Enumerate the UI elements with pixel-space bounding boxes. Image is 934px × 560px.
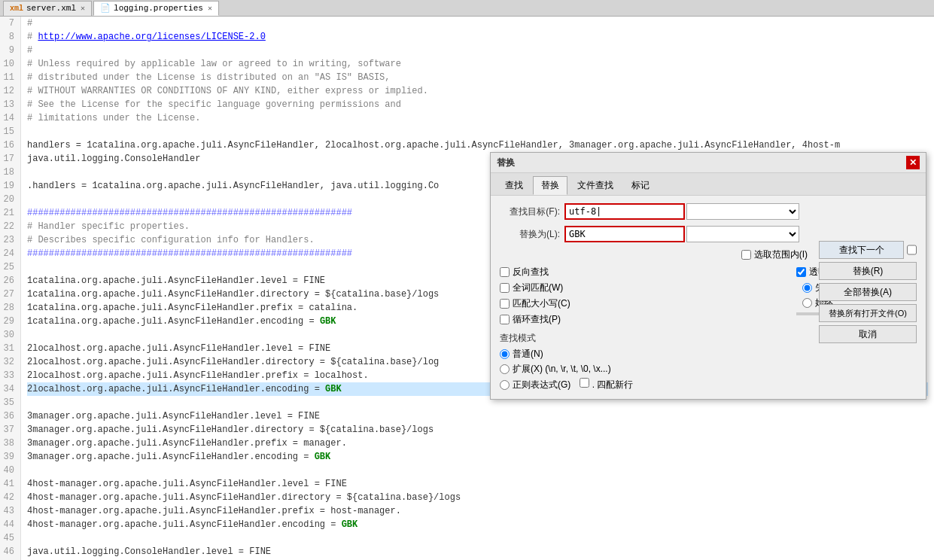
- dialog-tab-find[interactable]: 查找: [497, 176, 531, 195]
- line-number: 41: [3, 477, 14, 491]
- line-number: 17: [3, 152, 14, 166]
- replace-label: 替换为(L):: [500, 228, 560, 241]
- mode-regex-text: 正则表达式(G): [513, 379, 570, 391]
- mode-regex-radio[interactable]: [500, 380, 510, 390]
- mode-extended-label[interactable]: 扩展(X) (\n, \r, \t, \0, \x...): [500, 363, 784, 376]
- tab-server-xml[interactable]: xml server.xml ✕: [3, 1, 92, 16]
- find-input[interactable]: [564, 203, 685, 220]
- line-number: 8: [3, 30, 14, 44]
- line-number: 10: [3, 57, 14, 71]
- dot-newline-checkbox[interactable]: [580, 378, 589, 388]
- find-input-group: [564, 203, 917, 220]
- in-range-row: 选取范围内(I): [500, 248, 808, 261]
- dot-newline-label: . 四配新行: [580, 378, 633, 391]
- reverse-search-text: 反向查找: [513, 266, 549, 278]
- trans-blur-radio[interactable]: [802, 283, 812, 293]
- line-number: 44: [3, 518, 14, 531]
- dialog-tab-file-search[interactable]: 文件查找: [569, 176, 622, 195]
- tab-logging-props-label: logging.properties: [114, 4, 203, 13]
- code-line: # See the License for the specific langu…: [27, 98, 928, 111]
- match-case-label[interactable]: 匹配大小写(C): [500, 297, 784, 310]
- tab-server-xml-close[interactable]: ✕: [81, 4, 85, 13]
- whole-word-checkbox[interactable]: [500, 283, 510, 293]
- code-line: 4host-manager.org.apache.juli.AsyncFileH…: [27, 518, 928, 531]
- reverse-search-label[interactable]: 反向查找: [500, 266, 784, 278]
- checkbox-group: 反向查找 全词匹配(W) 匹配大小写(C) 循环查找(P): [500, 266, 784, 326]
- replace-all-open-button[interactable]: 替换所有打开文件(O): [819, 304, 917, 322]
- code-line: handlers = 1catalina.org.apache.juli.Asy…: [27, 138, 928, 152]
- code-line: # Unless required by applicable law or a…: [27, 57, 928, 71]
- replace-input[interactable]: [564, 226, 685, 242]
- mode-normal-radio[interactable]: [500, 349, 510, 359]
- line-number: 34: [3, 382, 14, 396]
- line-number: 18: [3, 166, 14, 179]
- loop-search-checkbox[interactable]: [500, 315, 510, 324]
- loop-search-label[interactable]: 循环查找(P): [500, 313, 784, 326]
- line-number: 16: [3, 138, 14, 152]
- in-range-label: 选取范围内(I): [754, 248, 808, 261]
- code-line: # http://www.apache.org/licenses/LICENSE…: [27, 30, 928, 44]
- line-number: 13: [3, 98, 14, 111]
- line-number: 22: [3, 220, 14, 233]
- xml-icon: xml: [10, 5, 23, 13]
- dialog-tabs: 查找 替换 文件查找 标记: [491, 173, 926, 196]
- replace-dialog: 替换 ✕ 查找 替换 文件查找 标记 查找目标(F): 替换为(L):: [490, 152, 926, 400]
- mode-normal-label[interactable]: 普通(N): [500, 348, 784, 361]
- transparency-checkbox[interactable]: [796, 267, 806, 277]
- editor-area: 7891011121314151617181920212223242526272…: [0, 17, 934, 560]
- tab-server-xml-label: server.xml: [26, 4, 76, 13]
- whole-word-label[interactable]: 全词匹配(W): [500, 282, 784, 294]
- dialog-tab-mark[interactable]: 标记: [623, 176, 658, 195]
- mode-extended-radio[interactable]: [500, 364, 510, 374]
- code-line: 3manager.org.apache.juli.AsyncFileHandle…: [27, 437, 928, 450]
- code-line: # distributed under the License is distr…: [27, 71, 928, 84]
- tab-bar: xml server.xml ✕ 📄 logging.properties ✕: [0, 0, 934, 17]
- line-number: 40: [3, 464, 14, 477]
- replace-button[interactable]: 替换(R): [819, 262, 917, 280]
- code-line: [27, 531, 928, 545]
- line-number: 39: [3, 450, 14, 464]
- find-next-button[interactable]: 查找下一个: [819, 241, 904, 259]
- line-number: 29: [3, 315, 14, 328]
- left-options: 反向查找 全词匹配(W) 匹配大小写(C) 循环查找(P): [500, 266, 784, 391]
- dialog-title: 替换: [497, 157, 515, 169]
- find-label: 查找目标(F):: [500, 205, 560, 218]
- replace-input-group: [564, 226, 917, 242]
- line-number: 33: [3, 369, 14, 382]
- mode-normal-text: 普通(N): [513, 348, 543, 361]
- reverse-search-checkbox[interactable]: [500, 267, 510, 277]
- whole-word-text: 全词匹配(W): [513, 282, 563, 294]
- replace-all-button[interactable]: 全部替换(A): [819, 283, 917, 301]
- trans-always-radio[interactable]: [802, 298, 812, 308]
- line-number: 35: [3, 396, 14, 409]
- line-number: 9: [3, 44, 14, 57]
- find-dropdown[interactable]: [686, 203, 799, 220]
- dialog-tab-replace[interactable]: 替换: [533, 176, 567, 195]
- line-number: 24: [3, 247, 14, 260]
- find-next-checkbox[interactable]: [907, 245, 917, 255]
- find-next-row: 查找下一个: [819, 241, 917, 259]
- line-number: 27: [3, 288, 14, 301]
- line-number: 20: [3, 193, 14, 206]
- dialog-close-button[interactable]: ✕: [906, 156, 920, 169]
- replace-dropdown[interactable]: [686, 226, 799, 242]
- code-line: [27, 464, 928, 477]
- replace-row: 替换为(L):: [500, 226, 917, 242]
- dialog-body: 查找目标(F): 替换为(L): 选取范围内(I): [491, 196, 926, 399]
- in-range-checkbox[interactable]: [741, 250, 751, 260]
- find-row: 查找目标(F):: [500, 203, 917, 220]
- line-number: 32: [3, 355, 14, 369]
- line-number: 38: [3, 437, 14, 450]
- tab-logging-props-close[interactable]: ✕: [208, 4, 212, 13]
- tab-logging-props[interactable]: 📄 logging.properties ✕: [93, 1, 219, 16]
- search-mode-radio-group: 普通(N) 扩展(X) (\n, \r, \t, \0, \x...) 正则表达…: [500, 348, 784, 391]
- code-line: 4host-manager.org.apache.juli.AsyncFileH…: [27, 504, 928, 518]
- cancel-button[interactable]: 取消: [819, 325, 917, 343]
- match-case-checkbox[interactable]: [500, 299, 510, 309]
- code-line: #: [27, 17, 928, 30]
- in-range-checkbox-label[interactable]: 选取范围内(I): [741, 248, 808, 261]
- mode-regex-label[interactable]: 正则表达式(G) . 四配新行: [500, 378, 784, 391]
- line-number: 25: [3, 260, 14, 274]
- code-line: 3manager.org.apache.juli.AsyncFileHandle…: [27, 423, 928, 437]
- code-line: [27, 125, 928, 138]
